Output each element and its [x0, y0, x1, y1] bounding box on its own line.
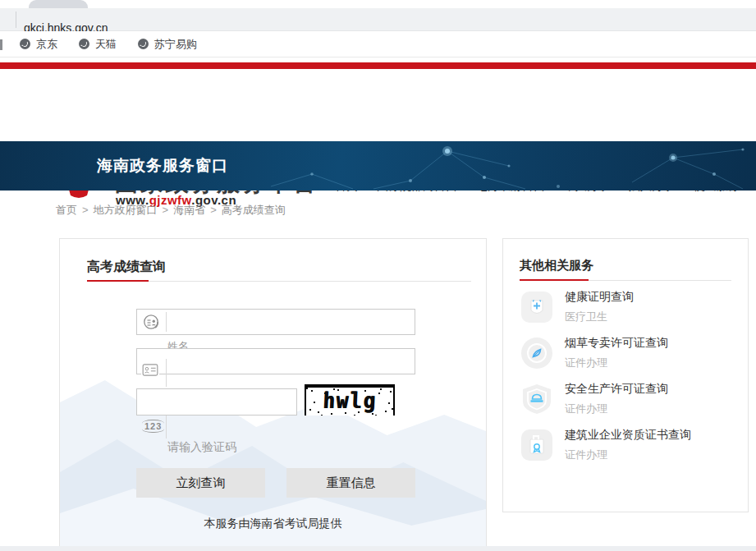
construction-qualification-icon: [521, 429, 552, 461]
address-bar-divider: [16, 11, 16, 28]
related-item-title: 安全生产许可证查询: [565, 382, 668, 397]
field-divider: [166, 359, 167, 387]
browser-tab-strip: [0, 0, 756, 8]
safety-production-icon: [521, 383, 552, 415]
related-services-title: 其他相关服务: [520, 258, 593, 273]
globe-favicon-icon: [79, 39, 89, 49]
page-bottom-strip: [0, 546, 756, 551]
bookmarks-bar: 京东 天猫 苏宁易购: [0, 31, 756, 57]
contact-card-icon: [143, 314, 159, 330]
related-item-category: 医疗卫生: [565, 310, 634, 324]
captcha-hint-label: 请输入验证码: [167, 440, 236, 455]
site-header: 全国一体化在线政务服务平台 国家政务服务平台 www.gjzwfw.gov.cn…: [0, 69, 756, 141]
bookmark-label: 苏宁易购: [154, 37, 197, 52]
field-divider: [166, 312, 167, 332]
related-item-category: 证件办理: [565, 448, 691, 462]
health-cert-icon: [521, 292, 552, 323]
related-item-category: 证件办理: [565, 402, 668, 416]
captcha-text: hwlg: [305, 388, 393, 413]
related-item-safety-production[interactable]: 安全生产许可证查询 证件办理: [521, 382, 738, 423]
score-query-card: 高考成绩查询 姓名 hwlg 123 请输入验证码 立刻查询 重置信息: [59, 238, 487, 551]
breadcrumb-hainan[interactable]: 海南省: [173, 204, 205, 216]
query-card-title: 高考成绩查询: [87, 259, 166, 276]
breadcrumb-home[interactable]: 首页: [56, 204, 77, 216]
hero-title: 海南政务服务窗口: [97, 141, 228, 191]
clipped-bookmark-icon: [0, 39, 2, 50]
browser-address-bar[interactable]: gkcj.hnks.gov.cn: [0, 8, 756, 31]
id-number-input[interactable]: [170, 350, 413, 373]
related-item-construction-qualification[interactable]: 建筑业企业资质证书查询 证件办理: [521, 428, 738, 469]
bookmark-label: 天猫: [95, 37, 117, 52]
bookmark-suning[interactable]: 苏宁易购: [138, 37, 197, 52]
query-now-button[interactable]: 立刻查询: [136, 468, 265, 498]
field-divider: [166, 416, 167, 439]
name-field-box: [136, 309, 415, 335]
breadcrumb-separator: >: [210, 204, 217, 216]
name-input[interactable]: [170, 310, 413, 333]
id-card-icon: [141, 363, 159, 377]
header-red-stripe: [0, 62, 756, 69]
tobacco-license-icon: [521, 337, 552, 369]
numbers-icon: 123: [142, 420, 164, 433]
captcha-image[interactable]: hwlg: [305, 384, 395, 416]
breadcrumb-separator: >: [163, 204, 169, 216]
bookmark-jd[interactable]: 京东: [20, 37, 57, 52]
id-field-box: [136, 348, 415, 374]
related-item-title: 健康证明查询: [565, 290, 634, 305]
globe-favicon-icon: [20, 39, 30, 49]
breadcrumb-local-gov[interactable]: 地方政府窗口: [94, 204, 158, 216]
bookmark-tmall[interactable]: 天猫: [79, 37, 117, 52]
related-item-title: 建筑业企业资质证书查询: [565, 428, 691, 443]
related-item-category: 证件办理: [565, 356, 668, 370]
reset-info-button[interactable]: 重置信息: [286, 468, 415, 498]
breadcrumb-separator: >: [82, 204, 89, 216]
hainan-hero-banner: 海南政务服务窗口: [0, 141, 756, 191]
related-item-health-cert[interactable]: 健康证明查询 医疗卫生: [521, 290, 738, 331]
bookmark-label: 京东: [36, 37, 57, 52]
related-item-title: 烟草专卖许可证查询: [565, 336, 668, 351]
related-title-divider-accent: [520, 279, 589, 281]
browser-tab[interactable]: [29, 0, 88, 8]
related-item-tobacco-license[interactable]: 烟草专卖许可证查询 证件办理: [521, 336, 738, 377]
breadcrumb: 首页>地方政府窗口>海南省>高考成绩查询: [56, 203, 286, 218]
globe-favicon-icon: [138, 39, 149, 49]
breadcrumb-current: 高考成绩查询: [222, 204, 286, 216]
captcha-field-box: [136, 388, 297, 416]
captcha-input[interactable]: [144, 390, 295, 413]
title-divider-accent: [87, 280, 149, 282]
provider-note: 本服务由海南省考试局提供: [60, 517, 486, 531]
related-services-card: 其他相关服务 健康证明查询 医疗卫生 烟草专卖许可证查询 证件办理: [502, 238, 749, 512]
